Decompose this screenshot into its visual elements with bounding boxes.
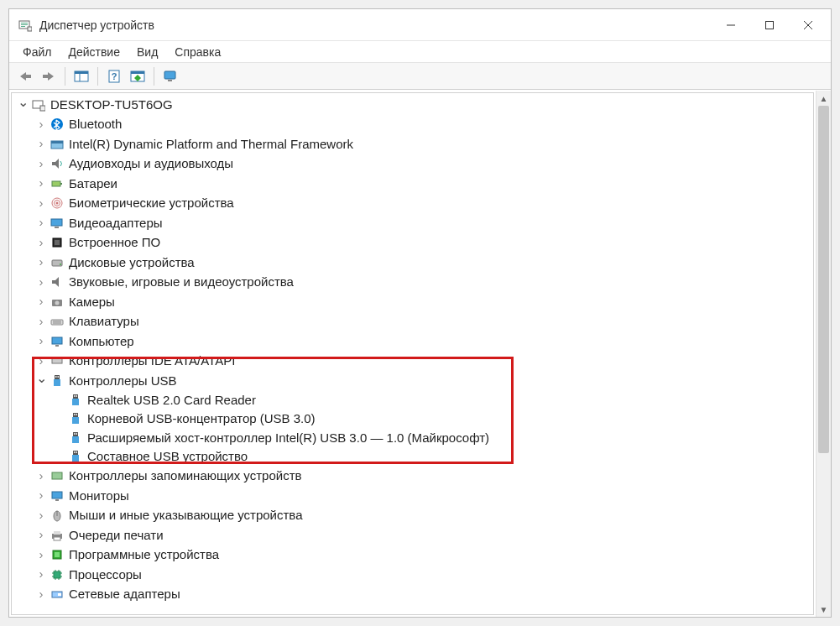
svg-rect-34 bbox=[51, 219, 62, 226]
tree-item-soundgame[interactable]: Звуковые, игровые и видеоустройства bbox=[12, 273, 813, 293]
tree-item-usb-controllers[interactable]: Контроллеры USB bbox=[12, 371, 813, 391]
chevron-right-icon[interactable] bbox=[35, 273, 47, 293]
svg-rect-67 bbox=[76, 451, 78, 453]
chevron-right-icon[interactable] bbox=[35, 525, 47, 545]
tree-item-software[interactable]: Программные устройства bbox=[12, 545, 813, 566]
tree-item-display[interactable]: Видеоадаптеры bbox=[12, 213, 813, 233]
usb-icon bbox=[49, 373, 65, 389]
svg-rect-76 bbox=[54, 537, 60, 540]
chevron-right-icon[interactable] bbox=[35, 506, 47, 526]
svg-rect-59 bbox=[76, 414, 78, 415]
menu-view[interactable]: Вид bbox=[128, 43, 166, 61]
usb-icon bbox=[67, 411, 84, 426]
chevron-right-icon[interactable] bbox=[35, 331, 47, 352]
svg-rect-51 bbox=[58, 376, 60, 378]
chevron-right-icon[interactable] bbox=[35, 174, 47, 194]
scroll-down-button[interactable]: ▼ bbox=[817, 602, 831, 617]
svg-rect-35 bbox=[55, 227, 59, 228]
toolbar-separator bbox=[65, 67, 65, 86]
chevron-right-icon[interactable] bbox=[35, 292, 47, 312]
help-button[interactable]: ? bbox=[103, 65, 125, 87]
tree-label: Очереди печати bbox=[69, 526, 164, 545]
svg-rect-66 bbox=[74, 451, 76, 453]
chevron-right-icon[interactable] bbox=[35, 253, 47, 273]
tree-item-cameras[interactable]: Камеры bbox=[12, 292, 813, 312]
svg-point-42 bbox=[55, 300, 60, 305]
tree-item-audio[interactable]: Аудиовходы и аудиовыходы bbox=[12, 154, 813, 175]
svg-rect-19 bbox=[131, 71, 144, 74]
chevron-right-icon[interactable] bbox=[35, 467, 47, 487]
close-button[interactable] bbox=[789, 11, 827, 39]
scrollbar-thumb[interactable] bbox=[818, 106, 829, 453]
toolbar-separator bbox=[97, 67, 98, 86]
tree-item-usb-xhci[interactable]: Расширяемый хост-контроллер Intel(R) USB… bbox=[12, 429, 813, 448]
tree-item-keyboards[interactable]: Клавиатуры bbox=[12, 312, 813, 332]
processor-icon bbox=[49, 567, 65, 582]
tree-item-storage-controllers[interactable]: Контроллеры запоминающих устройств bbox=[12, 467, 813, 487]
svg-rect-62 bbox=[74, 433, 76, 435]
svg-rect-71 bbox=[55, 499, 59, 501]
tree-item-batteries[interactable]: Батареи bbox=[12, 174, 813, 194]
tree-item-computer[interactable]: Компьютер bbox=[12, 331, 813, 352]
svg-rect-64 bbox=[72, 436, 79, 443]
minimize-button[interactable] bbox=[712, 11, 750, 39]
chevron-right-icon[interactable] bbox=[35, 486, 47, 506]
svg-marker-11 bbox=[48, 72, 54, 81]
tree-label: Батареи bbox=[69, 175, 117, 194]
tree-label: Bluetooth bbox=[69, 115, 122, 134]
chevron-right-icon[interactable] bbox=[35, 194, 47, 214]
scroll-up-button[interactable]: ▲ bbox=[817, 91, 831, 106]
chevron-right-icon[interactable] bbox=[35, 115, 47, 135]
chevron-right-icon[interactable] bbox=[35, 134, 47, 154]
menu-action[interactable]: Действие bbox=[60, 43, 128, 61]
chevron-right-icon[interactable] bbox=[35, 312, 47, 332]
back-button[interactable] bbox=[14, 65, 36, 87]
chevron-right-icon[interactable] bbox=[35, 585, 47, 605]
tree-item-usb-composite[interactable]: Составное USB устройство bbox=[12, 447, 813, 467]
vertical-scrollbar[interactable]: ▲ ▼ bbox=[816, 91, 831, 617]
tree-item-monitors[interactable]: Мониторы bbox=[12, 486, 813, 506]
mouse-icon bbox=[49, 508, 65, 523]
scrollbar-track[interactable] bbox=[817, 106, 831, 602]
software-device-icon bbox=[49, 547, 65, 562]
tree-item-biometric[interactable]: Биометрические устройства bbox=[12, 194, 813, 214]
forward-button[interactable] bbox=[38, 65, 60, 87]
printer-icon bbox=[49, 528, 65, 543]
tree-label: Биометрические устройства bbox=[69, 194, 234, 213]
chevron-right-icon[interactable] bbox=[35, 213, 47, 233]
tree-label: Контроллеры USB bbox=[69, 372, 177, 391]
chevron-right-icon[interactable] bbox=[35, 545, 47, 566]
chevron-right-icon[interactable] bbox=[35, 565, 47, 585]
svg-rect-21 bbox=[164, 71, 175, 79]
chevron-down-icon[interactable] bbox=[35, 371, 47, 391]
tree-item-dptf[interactable]: Intel(R) Dynamic Platform and Thermal Fr… bbox=[12, 134, 813, 154]
remote-computer-button[interactable] bbox=[159, 65, 181, 87]
chevron-right-icon[interactable] bbox=[35, 233, 47, 253]
device-tree[interactable]: DESKTOP-TU5T6OG Bluetooth Intel(R) Dynam… bbox=[12, 93, 813, 614]
tree-item-firmware[interactable]: Встроенное ПО bbox=[12, 233, 813, 253]
display-adapter-icon bbox=[49, 216, 65, 231]
tree-item-netadapters[interactable]: Сетевые адаптеры bbox=[12, 585, 813, 605]
tree-item-usb-roothub[interactable]: Корневой USB-концентратор (USB 3.0) bbox=[12, 410, 813, 429]
tree-item-mice[interactable]: Мыши и иные указывающие устройства bbox=[12, 506, 813, 526]
menu-help[interactable]: Справка bbox=[166, 43, 229, 61]
tree-item-bluetooth[interactable]: Bluetooth bbox=[12, 115, 813, 135]
svg-rect-37 bbox=[55, 240, 60, 245]
chevron-right-icon[interactable] bbox=[35, 154, 47, 175]
tree-item-cpus[interactable]: Процессоры bbox=[12, 565, 813, 585]
tree-root[interactable]: DESKTOP-TU5T6OG bbox=[12, 95, 813, 115]
maximize-button[interactable] bbox=[750, 11, 789, 39]
tree-label: Дисковые устройства bbox=[69, 253, 195, 273]
content-area: DESKTOP-TU5T6OG Bluetooth Intel(R) Dynam… bbox=[9, 90, 831, 617]
show-hide-tree-button[interactable] bbox=[70, 65, 92, 87]
scan-hardware-button[interactable] bbox=[127, 65, 149, 87]
sound-icon bbox=[49, 274, 65, 290]
tree-item-printq[interactable]: Очереди печати bbox=[12, 525, 813, 545]
chevron-right-icon[interactable] bbox=[35, 352, 47, 372]
tree-item-usb-realtek[interactable]: Realtek USB 2.0 Card Reader bbox=[12, 391, 813, 410]
tree-item-disks[interactable]: Дисковые устройства bbox=[12, 253, 813, 273]
toolbar-separator bbox=[154, 67, 154, 86]
menu-file[interactable]: Файл bbox=[14, 43, 60, 61]
chevron-down-icon[interactable] bbox=[17, 95, 29, 115]
tree-item-ide[interactable]: Контроллеры IDE ATA/ATAPI bbox=[12, 352, 813, 372]
